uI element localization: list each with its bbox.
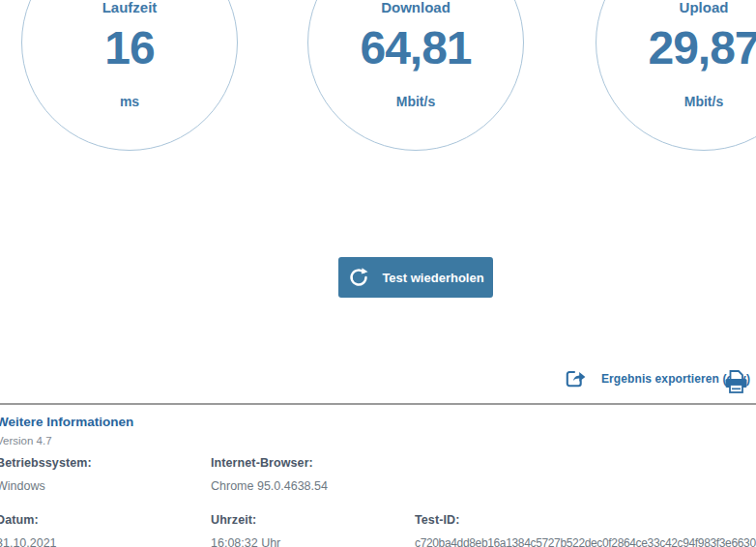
gauge-download-value: 64,81 xyxy=(307,23,524,73)
gauge-upload-unit: Mbit/s xyxy=(596,94,756,109)
field-betriebssystem: Betriebssystem: Windows xyxy=(0,456,92,493)
export-csv-link[interactable]: Ergebnis exportieren (csv) xyxy=(566,369,750,389)
field-uhrzeit: Uhrzeit: 16:08:32 Uhr xyxy=(211,513,280,547)
field-uhrzeit-label: Uhrzeit: xyxy=(211,513,280,527)
details-heading: Weitere Informationen xyxy=(0,415,133,429)
field-datum-label: Datum: xyxy=(0,513,57,527)
gauge-laufzeit-unit: ms xyxy=(21,94,238,109)
gauge-download-unit: Mbit/s xyxy=(307,94,524,109)
export-row: Ergebnis exportieren (csv) xyxy=(0,369,756,398)
gauge-download-label: Download xyxy=(307,0,524,15)
field-test-id-value: c720ba4dd8eb16a1384c5727b522dec0f2864ce3… xyxy=(415,536,756,547)
field-betriebssystem-label: Betriebssystem: xyxy=(0,456,92,470)
field-uhrzeit-value: 16:08:32 Uhr xyxy=(211,536,280,547)
repeat-test-button-label: Test wiederholen xyxy=(382,271,483,285)
gauge-upload-value: 29,87 xyxy=(596,23,756,73)
speedtest-results-page: Laufzeit * 16 ms Download 64,81 Mbit/s U… xyxy=(0,0,756,547)
field-test-id: Test-ID: c720ba4dd8eb16a1384c5727b522dec… xyxy=(415,513,756,547)
app-version: Version 4.7 xyxy=(0,435,52,446)
field-internet-browser-label: Internet-Browser: xyxy=(211,456,328,470)
print-button[interactable] xyxy=(724,369,748,395)
field-internet-browser-value: Chrome 95.0.4638.54 xyxy=(211,479,328,493)
field-datum-value: 31.10.2021 xyxy=(0,536,57,547)
field-test-id-label: Test-ID: xyxy=(415,513,756,527)
printer-icon xyxy=(724,369,748,395)
refresh-icon xyxy=(347,266,370,289)
gauge-laufzeit-footnote: * xyxy=(174,0,178,4)
section-divider xyxy=(0,403,756,405)
export-icon xyxy=(566,369,586,389)
gauge-laufzeit-label: Laufzeit xyxy=(21,0,238,15)
gauge-laufzeit-value: 16 xyxy=(21,23,238,73)
field-datum: Datum: 31.10.2021 xyxy=(0,513,57,547)
repeat-test-button[interactable]: Test wiederholen xyxy=(338,257,493,298)
field-betriebssystem-value: Windows xyxy=(0,479,92,493)
gauge-upload-label: Upload xyxy=(596,0,756,15)
field-internet-browser: Internet-Browser: Chrome 95.0.4638.54 xyxy=(211,456,328,493)
